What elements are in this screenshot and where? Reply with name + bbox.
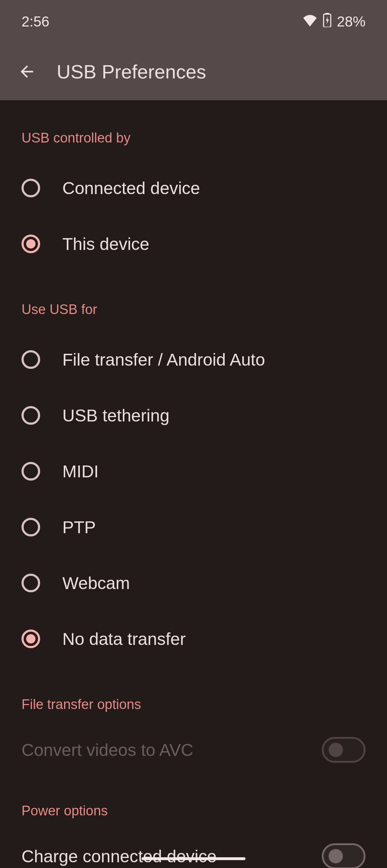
back-button[interactable]: [14, 59, 39, 84]
status-time: 2:56: [22, 14, 49, 30]
arrow-back-icon: [18, 62, 36, 81]
radio-this-device[interactable]: This device: [22, 216, 366, 272]
section-header-use-for: Use USB for: [22, 272, 366, 332]
radio-label: MIDI: [62, 462, 99, 481]
radio-label: Connected device: [62, 178, 200, 198]
toggle-thumb: [329, 849, 343, 863]
radio-label: This device: [62, 234, 149, 254]
radio-icon: [22, 179, 40, 197]
radio-ptp[interactable]: PTP: [22, 499, 366, 555]
radio-icon: [22, 462, 40, 481]
radio-label: No data transfer: [62, 629, 186, 649]
battery-percent: 28%: [337, 14, 366, 30]
svg-rect-1: [325, 13, 329, 15]
wifi-icon: [302, 14, 317, 30]
radio-file-transfer[interactable]: File transfer / Android Auto: [22, 332, 366, 387]
radio-icon: [22, 350, 40, 369]
toggle-convert-avc: [322, 737, 366, 763]
radio-label: Webcam: [62, 573, 130, 593]
radio-midi[interactable]: MIDI: [22, 443, 366, 499]
radio-icon: [22, 574, 40, 592]
radio-usb-tethering[interactable]: USB tethering: [22, 387, 366, 443]
toggle-thumb: [329, 743, 343, 757]
radio-webcam[interactable]: Webcam: [22, 555, 366, 611]
toggle-label: Convert videos to AVC: [22, 740, 193, 760]
battery-icon: [322, 13, 332, 30]
radio-icon: [22, 406, 40, 425]
content: USB controlled by Connected device This …: [0, 100, 387, 868]
app-header: USB Preferences: [0, 43, 387, 100]
radio-icon: [22, 518, 40, 536]
section-header-power-options: Power options: [22, 773, 366, 833]
radio-icon: [22, 630, 40, 648]
toggle-row-convert-avc: Convert videos to AVC: [22, 727, 366, 773]
radio-label: PTP: [62, 517, 96, 537]
status-bar: 2:56 28%: [0, 0, 387, 43]
section-header-controlled-by: USB controlled by: [22, 100, 366, 160]
toggle-charge-device[interactable]: [322, 843, 366, 868]
radio-connected-device[interactable]: Connected device: [22, 160, 366, 216]
page-title: USB Preferences: [57, 61, 206, 83]
section-header-file-transfer-options: File transfer options: [22, 667, 366, 727]
radio-no-data-transfer[interactable]: No data transfer: [22, 611, 366, 667]
status-right: 28%: [302, 13, 366, 30]
radio-label: USB tethering: [62, 406, 169, 425]
toggle-row-charge-device[interactable]: Charge connected device: [22, 833, 366, 868]
nav-indicator: [142, 857, 245, 860]
toggle-label: Charge connected device: [22, 847, 216, 866]
radio-label: File transfer / Android Auto: [62, 350, 265, 370]
radio-icon: [22, 235, 40, 253]
